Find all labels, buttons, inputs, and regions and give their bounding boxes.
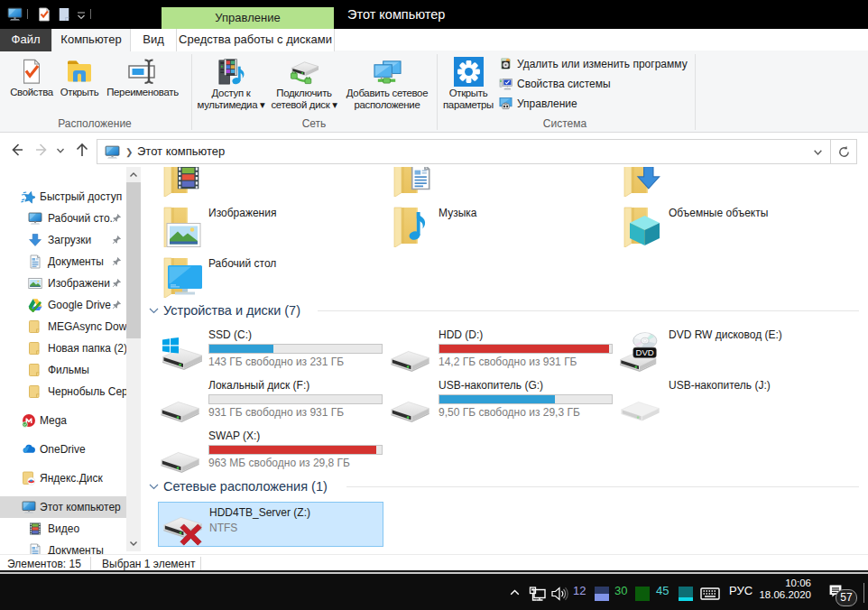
sidebar-item-label: Изображени <box>48 273 110 294</box>
uninstall-program-icon <box>499 57 512 70</box>
breadcrumb-chevron[interactable]: ❯ <box>125 144 133 160</box>
scroll-down-icon[interactable] <box>129 539 138 548</box>
uninstall-program-button[interactable]: Удалить или изменить программу <box>499 55 688 73</box>
tray-expand-icon[interactable] <box>508 587 522 598</box>
folder-tile-documents[interactable] <box>388 167 614 199</box>
rename-button[interactable]: Переименовать <box>103 54 182 98</box>
folder-tile-pictures[interactable]: Изображения <box>158 204 383 249</box>
tab-drive-tools[interactable]: Средства работы с дисками <box>177 29 335 51</box>
media-access-icon <box>217 57 246 87</box>
back-button[interactable] <box>7 141 25 159</box>
show-desktop-button[interactable] <box>863 583 864 603</box>
refresh-button[interactable] <box>831 139 857 164</box>
up-button[interactable] <box>73 141 91 159</box>
address-bar[interactable]: ❯ Этот компьютер <box>97 139 831 164</box>
tab-view[interactable]: Вид <box>131 29 177 51</box>
drive-tile-dvd[interactable]: DVD RW дисковод (E:) <box>618 326 844 371</box>
selection-count: Выбран 1 элемент <box>102 558 195 570</box>
refresh-icon <box>837 145 851 159</box>
breadcrumb[interactable]: Этот компьютер <box>137 140 225 163</box>
properties-button[interactable]: Свойства <box>7 54 56 98</box>
sidebar-item-videos[interactable]: Видео <box>0 518 126 540</box>
language-indicator[interactable]: РУС <box>729 574 753 608</box>
tile-label: USB-накопитель (J:) <box>669 379 771 392</box>
open-button[interactable]: Открыть <box>56 54 103 98</box>
properties-quick-icon[interactable] <box>38 7 51 22</box>
items-count: Элементов: 15 <box>7 558 81 570</box>
drive-icon-pale <box>620 401 660 423</box>
system-properties-button[interactable]: Свойства системы <box>499 75 611 93</box>
sensor-value-2[interactable]: 30 <box>614 574 627 608</box>
network-drive-tile-selected[interactable]: HDD4TB_Server (Z:) NTFS <box>158 502 383 547</box>
contextual-tab-header[interactable]: Управление <box>162 7 334 29</box>
sensor-icon-3[interactable] <box>679 587 693 601</box>
folder-tile-3d-objects[interactable]: Объемные объекты <box>618 204 844 249</box>
sidebar-item-desktop[interactable]: Рабочий сто. <box>0 208 126 229</box>
sidebar-item-pictures[interactable]: Изображени <box>0 273 126 294</box>
touch-keyboard-icon[interactable] <box>700 587 720 601</box>
sidebar-item-onedrive[interactable]: OneDrive <box>0 439 126 460</box>
drive-tile-d[interactable]: HDD (D:) 14,2 ГБ свободно из 931 ГБ <box>388 326 614 371</box>
section-network[interactable]: Сетевые расположения (1) <box>146 479 868 495</box>
yandex-disk-icon <box>22 471 36 485</box>
drive-tile-g[interactable]: USB-накопитель (G:) 9,50 ГБ свободно из … <box>388 376 614 421</box>
sidebar-item-label: Рабочий сто. <box>48 208 113 229</box>
sidebar-item-documents[interactable]: Документы <box>0 251 126 273</box>
qat-customize-icon[interactable] <box>76 12 87 20</box>
button-label: Открыть <box>56 87 103 98</box>
button-label: Управление <box>517 97 577 110</box>
drive-tile-c[interactable]: SSD (C:) 143 ГБ свободно из 231 ГБ <box>158 326 383 371</box>
pin-icon <box>112 213 122 223</box>
sidebar-item-this-pc[interactable]: Этот компьютер <box>0 496 126 518</box>
sidebar-item-downloads[interactable]: Загрузки <box>0 229 126 251</box>
section-devices[interactable]: Устройства и диски (7) <box>146 303 868 319</box>
map-network-drive-button[interactable]: Подключить сетевой диск ▾ <box>263 54 345 111</box>
tab-computer[interactable]: Компьютер <box>51 29 131 51</box>
sensor-value-3[interactable]: 45 <box>656 574 669 608</box>
drive-tile-x[interactable]: SWAP (X:) 963 МБ свободно из 29,8 ГБ <box>158 427 383 472</box>
sensor-icon-2[interactable] <box>635 587 650 601</box>
sidebar-item-new-folder[interactable]: Новая папка (2) <box>0 337 126 359</box>
media-access-button[interactable]: Доступ к мультимедиа ▾ <box>189 54 272 111</box>
sidebar-item-label: Быстрый доступ <box>40 186 122 208</box>
sensor-value-1[interactable]: 12 <box>573 574 586 608</box>
recent-locations-dropdown[interactable] <box>56 146 65 155</box>
taskbar-clock[interactable]: 10:06 18.06.2020 <box>755 578 811 601</box>
sidebar-item-quick-access[interactable]: Быстрый доступ <box>0 186 126 208</box>
collapse-chevron-icon[interactable] <box>149 306 159 316</box>
sensor-icon-1[interactable] <box>595 587 609 601</box>
drive-tile-j[interactable]: USB-накопитель (J:) <box>618 376 844 421</box>
folder-tile-videos[interactable] <box>158 167 383 199</box>
sidebar-item-mega[interactable]: Mega <box>0 410 126 431</box>
sidebar-item-label: MEGAsync Dow <box>48 316 126 337</box>
this-pc-icon <box>105 144 120 160</box>
folder-tile-downloads[interactable] <box>618 167 844 199</box>
google-drive-icon <box>28 298 42 312</box>
open-settings-button[interactable]: Открыть параметры <box>439 54 498 111</box>
scroll-up-icon[interactable] <box>129 171 138 180</box>
sidebar-item-yandex-disk[interactable]: Яндекс.Диск <box>0 467 126 489</box>
forward-button[interactable] <box>33 141 51 159</box>
manage-button[interactable]: Управление <box>499 95 577 113</box>
ribbon: Свойства Открыть Переименовать Расположе… <box>0 51 868 133</box>
network-tray-icon[interactable] <box>529 585 547 603</box>
map-network-drive-icon <box>290 57 319 87</box>
folder-tile-music[interactable]: Музыка <box>388 204 614 249</box>
drive-tile-f[interactable]: Локальный диск (F:) 931 ГБ свободно из 9… <box>158 376 383 421</box>
folder-icon <box>28 341 42 356</box>
desktop-folder-icon <box>160 254 203 298</box>
sidebar-item-megasync-downloads[interactable]: MEGAsync Dow <box>0 316 126 337</box>
sidebar-item-google-drive[interactable]: Google Drive <box>0 294 126 316</box>
add-network-location-button[interactable]: Добавить сетевое расположение <box>341 54 433 111</box>
volume-tray-icon[interactable] <box>550 585 568 603</box>
folder-tile-desktop[interactable]: Рабочий стол <box>158 254 383 300</box>
sidebar-item-chernobyl[interactable]: Чернобыль Сер <box>0 381 126 402</box>
sidebar-scrollbar[interactable] <box>126 167 141 551</box>
sidebar-item-films[interactable]: Фильмы <box>0 359 126 381</box>
collapse-chevron-icon[interactable] <box>149 482 159 492</box>
new-folder-quick-icon[interactable] <box>58 7 70 22</box>
scrollbar-thumb[interactable] <box>126 182 141 338</box>
this-pc-icon <box>7 6 23 22</box>
address-dropdown-icon[interactable] <box>813 144 823 161</box>
tab-file[interactable]: Файл <box>0 29 51 51</box>
